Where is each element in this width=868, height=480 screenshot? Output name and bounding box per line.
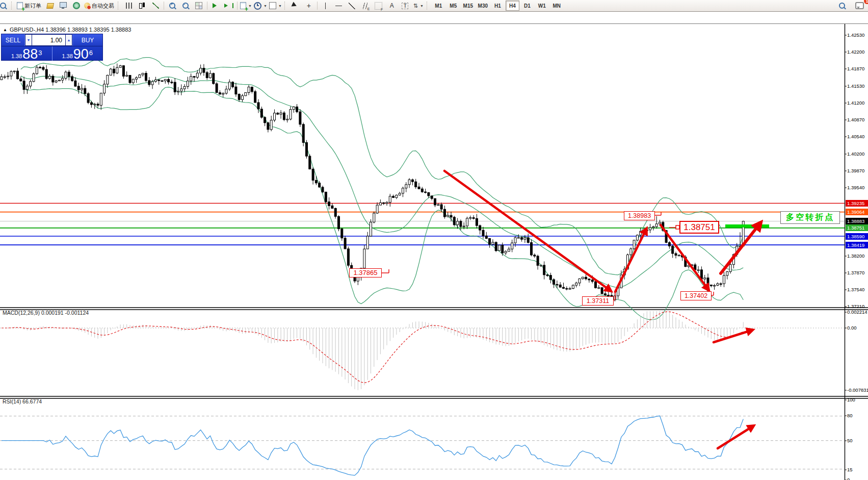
timeframe-toolbar: M1M5M15M30H1H4D1W1MN (431, 1, 564, 11)
chart-window: 1.425301.422001.418701.415301.412001.408… (0, 11, 868, 480)
toolbar-separator (207, 2, 207, 10)
bar-chart-icon[interactable] (122, 1, 136, 11)
toolbar-grip (11, 2, 14, 10)
timeframe-m1[interactable]: M1 (432, 1, 445, 11)
text-label-tool[interactable]: T (399, 1, 412, 11)
ask-price[interactable]: 1.38 90 6 (52, 46, 103, 61)
market-watch-box-icon[interactable] (43, 1, 57, 11)
toolbar-grip (118, 2, 121, 10)
price-annotation[interactable]: 1.37311 (582, 296, 614, 306)
collapse-icon[interactable]: ▲ (3, 28, 7, 32)
new-order-icon (17, 2, 23, 9)
ask-pip-digit: 6 (89, 46, 93, 60)
arrows-tool[interactable]: ⇅▼ (412, 1, 425, 11)
new-order-button[interactable]: 新订单 (16, 1, 43, 11)
terminal-icon[interactable] (57, 1, 70, 11)
crosshair-tool[interactable]: + (302, 1, 315, 11)
price-annotation[interactable]: 1.38983 (624, 211, 655, 220)
price-annotation[interactable]: 1.37402 (680, 291, 712, 300)
toolbar-separator (317, 2, 318, 10)
auto-trading-icon (84, 3, 90, 9)
timeframe-m15[interactable]: M15 (461, 1, 475, 11)
line-chart-icon[interactable] (149, 1, 162, 11)
timeframe-m30[interactable]: M30 (476, 1, 490, 11)
signals-icon[interactable] (70, 1, 83, 11)
volume-field[interactable]: 1.00 (32, 34, 65, 46)
buy-button[interactable]: BUY (72, 34, 102, 46)
timeframe-mn[interactable]: MN (550, 1, 564, 11)
periods-button[interactable]: ▼ (253, 1, 268, 11)
timeframe-h4[interactable]: H4 (506, 1, 519, 11)
bid-pip-digit: 3 (38, 46, 42, 60)
rsi-label: RSI(14) 66.6774 (3, 398, 42, 405)
indicators-button[interactable]: ▼ (239, 1, 253, 11)
vertical-line-tool[interactable] (319, 1, 332, 11)
chart-canvas[interactable] (0, 12, 868, 480)
toolbar-grip (427, 2, 430, 10)
auto-scroll-icon[interactable] (209, 1, 222, 11)
fibonacci-tool[interactable]: F (372, 1, 385, 11)
one-click-trading-panel: SELL ▼ 1.00 ▲ BUY 1.38 88 3 1.38 90 6 (1, 34, 103, 61)
macd-label: MACD(12,26,9) 0.000191 -0.001124 (3, 310, 89, 316)
volume-increase-button[interactable]: ▲ (65, 34, 72, 46)
price-annotation[interactable]: 1.38751 (679, 221, 719, 234)
ask-big-digits: 90 (73, 48, 89, 60)
cursor-tool[interactable] (289, 1, 302, 11)
text-tool[interactable]: A (385, 1, 399, 11)
tile-windows-icon[interactable] (192, 1, 205, 11)
bid-big-digits: 88 (22, 48, 38, 60)
price-annotation[interactable]: 1.37865 (349, 268, 382, 277)
timeframe-m5[interactable]: M5 (446, 1, 460, 11)
chart-shift-icon[interactable] (222, 1, 235, 11)
timeframe-w1[interactable]: W1 (535, 1, 549, 11)
notification-badge: 1 (864, 0, 868, 4)
equidistant-channel-tool[interactable]: E (359, 1, 372, 11)
bid-price[interactable]: 1.38 88 3 (2, 46, 52, 61)
volume-decrease-button[interactable]: ▼ (25, 34, 32, 46)
trendline-tool[interactable] (346, 1, 359, 11)
clock-icon (254, 2, 261, 10)
horizontal-line-tool[interactable] (332, 1, 346, 11)
toolbar-separator (237, 2, 238, 10)
candlestick-chart-icon[interactable] (136, 1, 149, 11)
mt4-terminal: 新订单 自动交易 + - ▼ ▼ ▼ + E F A T ⇅▼ M1M5M15M… (0, 0, 868, 480)
timeframe-h1[interactable]: H1 (491, 1, 505, 11)
auto-trading-label: 自动交易 (92, 2, 115, 10)
bid-prefix: 1.38 (11, 53, 22, 60)
toolbar-grip (284, 2, 287, 10)
new-order-label: 新订单 (24, 2, 42, 10)
search-icon[interactable] (835, 1, 849, 11)
auto-trading-button[interactable]: 自动交易 (83, 1, 116, 11)
zoom-in-icon[interactable]: + (166, 1, 179, 11)
chart-title: ▲ GBPUSD-,H4 1.38396 1.38893 1.38395 1.3… (3, 27, 131, 33)
template-icon (269, 2, 276, 9)
timeframe-d1[interactable]: D1 (520, 1, 534, 11)
notifications-icon[interactable]: 1 (853, 1, 866, 11)
toolbar-separator (164, 2, 164, 10)
zoom-out-icon[interactable]: - (179, 1, 192, 11)
market-watch-icon[interactable] (0, 1, 10, 11)
templates-button[interactable]: ▼ (268, 1, 283, 11)
main-toolbar: 新订单 自动交易 + - ▼ ▼ ▼ + E F A T ⇅▼ M1M5M15M… (0, 0, 868, 12)
sell-button[interactable]: SELL (2, 34, 25, 46)
ask-prefix: 1.38 (62, 53, 72, 60)
chart-title-text: GBPUSD-,H4 1.38396 1.38893 1.38395 1.388… (10, 27, 131, 33)
